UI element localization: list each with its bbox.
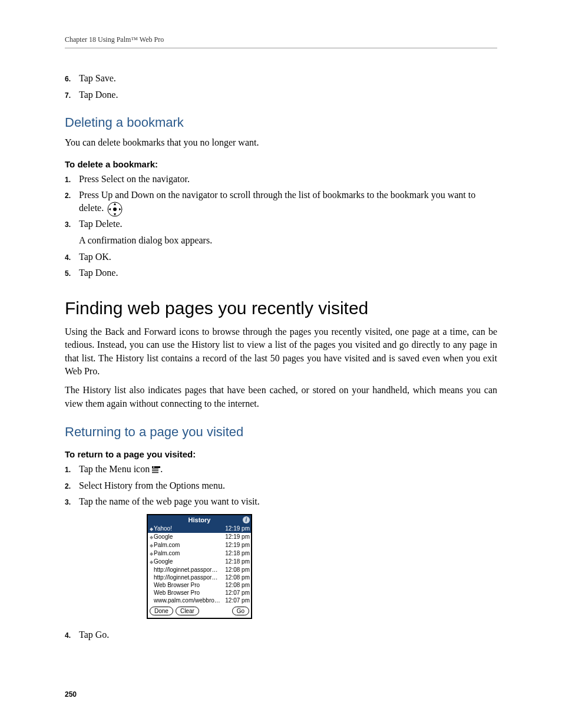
svg-marker-3	[114, 213, 116, 216]
history-row-time: 12:18 pm	[225, 558, 250, 566]
svg-rect-10	[152, 472, 158, 473]
cache-icon: ◆	[149, 542, 154, 549]
history-row[interactable]: ◆Yahoo!12:19 pm	[148, 525, 251, 533]
heading-returning-page: Returning to a page you visited	[65, 424, 497, 440]
history-row[interactable]: http://loginnet.passpor…12:08 pm	[148, 566, 251, 574]
history-row-name: Web Browser Pro	[154, 582, 200, 588]
step-item: 4.Tap Go.	[65, 628, 497, 641]
step-item: 6.Tap Save.	[65, 72, 497, 85]
step-number: 2.	[65, 191, 79, 200]
history-row[interactable]: Web Browser Pro12:08 pm	[148, 581, 251, 589]
svg-point-1	[113, 207, 117, 211]
step-item: 2.Select History from the Options menu.	[65, 479, 497, 492]
history-dialog-title: History	[189, 516, 211, 523]
step-item: A confirmation dialog box appears.	[65, 234, 497, 247]
intro-deleting-bookmark: You can delete bookmarks that you no lon…	[65, 136, 497, 149]
step-text: A confirmation dialog box appears.	[79, 234, 497, 247]
heading-finding-web-pages: Finding web pages you recently visited	[65, 298, 497, 318]
step-item: 4.Tap OK.	[65, 251, 497, 263]
step-item: 1.Press Select on the navigator.	[65, 173, 497, 186]
svg-marker-5	[119, 208, 121, 210]
history-row-time: 12:18 pm	[225, 549, 250, 558]
step-text: Tap Done.	[79, 266, 497, 279]
step-text: Tap the Menu icon .	[79, 463, 497, 476]
step-number: 4.	[65, 253, 79, 262]
step-text: Tap Done.	[79, 88, 497, 101]
step-number: 1.	[65, 175, 79, 185]
step-text: Tap Save.	[79, 72, 497, 85]
svg-point-7	[153, 467, 154, 468]
menu-icon	[152, 466, 160, 473]
history-row-time: 12:08 pm	[225, 581, 250, 589]
info-icon[interactable]: i	[243, 516, 250, 523]
history-row-name: Palm.com	[154, 550, 180, 556]
step-item: 2.Press Up and Down on the navigator to …	[65, 189, 497, 214]
step-number: 5.	[65, 269, 79, 278]
history-row-time: 12:08 pm	[225, 566, 250, 574]
history-row-time: 12:08 pm	[225, 574, 250, 581]
running-header: Chapter 18 Using Palm™ Web Pro	[65, 35, 497, 48]
navigator-icon	[106, 200, 124, 218]
history-row-name: http://loginnet.passpor…	[154, 566, 217, 573]
history-row-name: http://loginnet.passpor…	[154, 574, 217, 581]
history-row-name: Palm.com	[154, 542, 180, 548]
page-number: 250	[65, 690, 77, 699]
done-button[interactable]: Done	[150, 607, 173, 615]
history-row-time: 12:07 pm	[225, 589, 250, 597]
step-text: Tap Go.	[79, 628, 497, 641]
history-row[interactable]: http://loginnet.passpor…12:08 pm	[148, 574, 251, 581]
step-number: 7.	[65, 91, 79, 100]
history-row-time: 12:19 pm	[225, 525, 250, 533]
history-row-name: Web Browser Pro	[154, 589, 200, 596]
history-row[interactable]: ◆Palm.com12:18 pm	[148, 549, 251, 558]
step-text: Tap the name of the web page you want to…	[79, 495, 497, 508]
paragraph-history-cache: The History list also indicates pages th…	[65, 384, 497, 410]
step-text: Select History from the Options menu.	[79, 479, 497, 492]
heading-deleting-bookmark: Deleting a bookmark	[65, 115, 497, 130]
cache-icon: ◆	[149, 533, 154, 541]
paragraph-history-intro: Using the Back and Forward icons to brow…	[65, 325, 497, 378]
step-item: 7.Tap Done.	[65, 88, 497, 101]
history-row[interactable]: Web Browser Pro12:07 pm	[148, 589, 251, 597]
history-row-name: Google	[154, 558, 173, 565]
history-row-name: Google	[154, 533, 173, 540]
step-item: 1.Tap the Menu icon .	[65, 463, 497, 476]
history-dialog: History i ◆Yahoo!12:19 pm◆Google12:19 pm…	[147, 514, 252, 619]
cache-icon: ◆	[149, 558, 154, 566]
history-row[interactable]: www.palm.com/webbro…12:07 pm	[148, 597, 251, 604]
step-text: Press Select on the navigator.	[79, 173, 497, 186]
history-row[interactable]: ◆Palm.com12:19 pm	[148, 541, 251, 549]
step-number: 1.	[65, 465, 79, 475]
step-number: 3.	[65, 498, 79, 507]
history-row-time: 12:07 pm	[225, 597, 250, 604]
procedure-heading-return-page: To return to a page you visited:	[65, 449, 497, 459]
step-text: Tap OK.	[79, 251, 497, 263]
cache-icon: ◆	[149, 525, 154, 533]
clear-button[interactable]: Clear	[176, 607, 199, 615]
step-item: 3.Tap Delete.	[65, 218, 497, 230]
history-row-time: 12:19 pm	[225, 541, 250, 549]
history-row-time: 12:19 pm	[225, 533, 250, 541]
step-number: 3.	[65, 220, 79, 229]
history-row-name: Yahoo!	[154, 525, 172, 532]
go-button[interactable]: Go	[232, 607, 249, 615]
step-text: Press Up and Down on the navigator to sc…	[79, 189, 497, 214]
svg-marker-4	[108, 208, 111, 210]
step-item: 3.Tap the name of the web page you want …	[65, 495, 497, 508]
svg-rect-8	[152, 469, 158, 469]
step-item: 5.Tap Done.	[65, 266, 497, 279]
svg-rect-9	[152, 470, 158, 471]
svg-marker-2	[114, 203, 116, 205]
step-number: 6.	[65, 74, 79, 84]
history-row-name: www.palm.com/webbro…	[154, 597, 220, 604]
step-text: Tap Delete.	[79, 218, 497, 230]
procedure-heading-delete-bookmark: To delete a bookmark:	[65, 159, 497, 169]
step-number: 2.	[65, 482, 79, 491]
history-row[interactable]: ◆Google12:19 pm	[148, 533, 251, 541]
cache-icon: ◆	[149, 550, 154, 558]
history-row[interactable]: ◆Google12:18 pm	[148, 558, 251, 566]
step-number: 4.	[65, 631, 79, 640]
